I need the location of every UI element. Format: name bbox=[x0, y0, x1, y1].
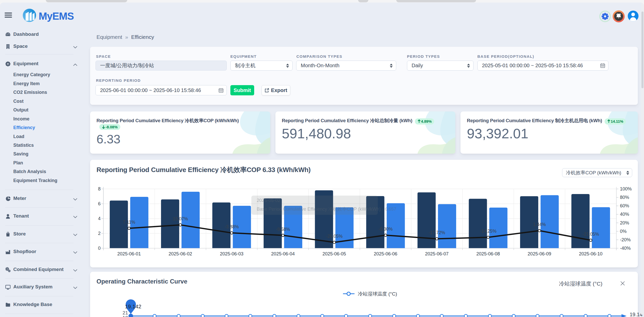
svg-text:2025-06-07: 2025-06-07 bbox=[425, 251, 449, 256]
svg-text:2025-06-04: 2025-06-04 bbox=[271, 251, 295, 256]
svg-text:6: 6 bbox=[98, 201, 101, 206]
svg-text:19.142: 19.142 bbox=[125, 303, 141, 309]
svg-text:2: 2 bbox=[98, 231, 101, 236]
svg-text:7.11%: 7.11% bbox=[123, 220, 135, 225]
svg-text:-3.88%: -3.88% bbox=[224, 224, 239, 229]
svg-text:18: 18 bbox=[123, 315, 128, 317]
svg-text:2025-06-02: 2025-06-02 bbox=[169, 251, 192, 256]
svg-text:2025-06-03: 2025-06-03 bbox=[220, 251, 243, 256]
svg-text:2025-06-01: 2025-06-01 bbox=[117, 251, 141, 256]
svg-text:-17.72%: -17.72% bbox=[428, 230, 445, 235]
svg-text:-14.25%: -14.25% bbox=[480, 229, 496, 234]
svg-text:-40%: -40% bbox=[620, 246, 631, 251]
svg-text:8: 8 bbox=[98, 186, 101, 191]
svg-text:100%: 100% bbox=[620, 186, 632, 191]
svg-text:20%: 20% bbox=[620, 220, 629, 225]
svg-text:2025-05-02: 2025-05-02 bbox=[257, 198, 280, 203]
svg-text:60%: 60% bbox=[620, 203, 629, 208]
svg-text:19.14: 19.14 bbox=[630, 312, 642, 317]
svg-text:80%: 80% bbox=[620, 195, 629, 200]
svg-text:2025-06-09: 2025-06-09 bbox=[528, 251, 551, 256]
svg-text:-9.58%: -9.58% bbox=[276, 227, 290, 232]
svg-text:-26.05%: -26.05% bbox=[326, 234, 342, 239]
svg-text:2025-06-10: 2025-06-10 bbox=[579, 251, 603, 256]
svg-text:0: 0 bbox=[98, 246, 101, 251]
svg-text:4: 4 bbox=[98, 216, 101, 221]
svg-text:2025-06-08: 2025-06-08 bbox=[476, 251, 500, 256]
svg-text:Base Period Cumulative Efficie: Base Period Cumulative Efficiency 冷机效率CO… bbox=[257, 207, 396, 212]
svg-text:15.07%: 15.07% bbox=[173, 216, 188, 221]
svg-text:2025-06-05: 2025-06-05 bbox=[323, 251, 346, 256]
svg-text:1.44%: 1.44% bbox=[533, 222, 546, 227]
svg-text:40%: 40% bbox=[620, 212, 629, 217]
svg-text:-20%: -20% bbox=[620, 237, 631, 242]
svg-text:2025-06-06: 2025-06-06 bbox=[374, 251, 397, 256]
svg-text:-21.05%: -21.05% bbox=[582, 232, 599, 237]
svg-text:21: 21 bbox=[123, 310, 128, 315]
svg-text:冷站湿球温度 (°C): 冷站湿球温度 (°C) bbox=[358, 291, 397, 297]
svg-text:-9.30%: -9.30% bbox=[378, 227, 392, 232]
svg-text:0%: 0% bbox=[620, 229, 627, 234]
